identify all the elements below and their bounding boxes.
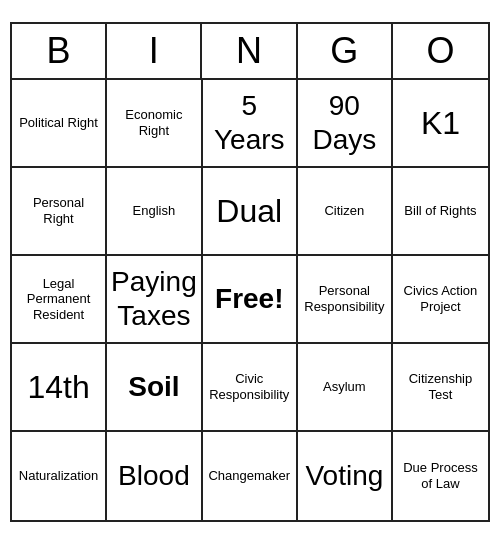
cell-text: K1 [421,104,460,142]
cell-text: English [133,203,176,219]
cell-text: Personal Responsibility [302,283,387,314]
bingo-letter: I [107,24,202,78]
bingo-cell: English [107,168,203,256]
cell-text: Voting [305,459,383,493]
bingo-header: BINGO [12,24,488,80]
bingo-cell: Free! [203,256,298,344]
cell-text: Dual [216,192,282,230]
bingo-letter: B [12,24,107,78]
bingo-cell: Asylum [298,344,393,432]
cell-text: Economic Right [111,107,197,138]
bingo-cell: Naturalization [12,432,107,520]
bingo-letter: G [298,24,393,78]
cell-text: Bill of Rights [404,203,476,219]
cell-text: 90 Days [302,89,387,156]
bingo-cell: 14th [12,344,107,432]
bingo-cell: Civics Action Project [393,256,488,344]
cell-text: Due Process of Law [397,460,484,491]
cell-text: Political Right [19,115,98,131]
cell-text: Free! [215,282,283,316]
bingo-cell: Due Process of Law [393,432,488,520]
cell-text: Changemaker [208,468,290,484]
bingo-cell: Bill of Rights [393,168,488,256]
bingo-cell: Dual [203,168,298,256]
cell-text: Legal Permanent Resident [16,276,101,323]
bingo-cell: Soil [107,344,203,432]
cell-text: Paying Taxes [111,265,197,332]
bingo-cell: Paying Taxes [107,256,203,344]
cell-text: Blood [118,459,190,493]
cell-text: Soil [128,370,179,404]
bingo-cell: Citizen [298,168,393,256]
bingo-cell: K1 [393,80,488,168]
cell-text: 5 Years [207,89,292,156]
bingo-cell: Political Right [12,80,107,168]
cell-text: Civic Responsibility [207,371,292,402]
bingo-cell: Legal Permanent Resident [12,256,107,344]
bingo-cell: Citizenship Test [393,344,488,432]
cell-text: Personal Right [16,195,101,226]
cell-text: 14th [27,368,89,406]
cell-text: Citizen [324,203,364,219]
bingo-cell: Personal Right [12,168,107,256]
cell-text: Naturalization [19,468,99,484]
bingo-card: BINGO Political RightEconomic Right5 Yea… [10,22,490,522]
bingo-cell: 90 Days [298,80,393,168]
bingo-cell: Civic Responsibility [203,344,298,432]
bingo-cell: Personal Responsibility [298,256,393,344]
cell-text: Citizenship Test [397,371,484,402]
bingo-letter: N [202,24,297,78]
bingo-cell: 5 Years [203,80,298,168]
bingo-cell: Voting [298,432,393,520]
bingo-cell: Economic Right [107,80,203,168]
bingo-cell: Changemaker [203,432,298,520]
bingo-letter: O [393,24,488,78]
bingo-cell: Blood [107,432,203,520]
cell-text: Asylum [323,379,366,395]
cell-text: Civics Action Project [397,283,484,314]
bingo-grid: Political RightEconomic Right5 Years90 D… [12,80,488,520]
